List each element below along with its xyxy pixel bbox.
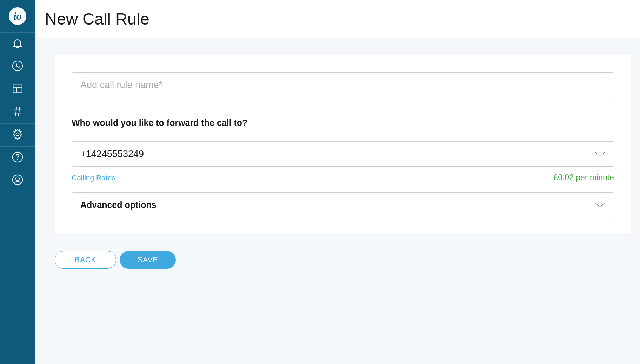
header: New Call Rule <box>35 0 640 38</box>
svg-point-12 <box>16 177 19 181</box>
advanced-options-toggle[interactable]: Advanced options <box>72 192 614 217</box>
calling-rates-link[interactable]: Calling Rates <box>72 174 115 182</box>
gear-icon <box>12 128 24 142</box>
svg-rect-1 <box>13 85 22 93</box>
sidebar-item-dashboard[interactable] <box>0 78 35 101</box>
main: New Call Rule Who would you like to forw… <box>35 0 640 364</box>
sidebar-item-help[interactable] <box>0 147 35 169</box>
svg-point-0 <box>13 61 22 71</box>
chevron-down-icon <box>595 149 605 160</box>
phone-icon <box>12 60 24 73</box>
svg-line-6 <box>15 107 16 116</box>
forward-target-value: +14245553249 <box>80 149 144 160</box>
forward-target-select[interactable]: +14245553249 <box>72 141 614 167</box>
svg-line-7 <box>19 107 20 116</box>
svg-point-10 <box>17 159 18 160</box>
sidebar: io <box>0 0 35 364</box>
sidebar-item-settings[interactable] <box>0 124 35 147</box>
chevron-down-icon <box>595 200 605 210</box>
sidebar-item-account[interactable] <box>0 169 35 192</box>
rule-name-input[interactable] <box>72 72 614 97</box>
brand-logo-text: io <box>13 10 21 22</box>
sidebar-item-calls[interactable] <box>0 55 35 78</box>
save-button[interactable]: SAVE <box>120 251 176 269</box>
rate-row: Calling Rates £0.02 per minute <box>72 173 614 182</box>
hash-icon <box>12 106 24 119</box>
help-icon <box>12 151 24 164</box>
bell-icon <box>12 37 24 50</box>
svg-point-8 <box>16 133 19 136</box>
rate-price: £0.02 per minute <box>553 173 614 182</box>
sidebar-item-numbers[interactable] <box>0 101 35 124</box>
forward-heading: Who would you like to forward the call t… <box>72 118 614 128</box>
content-area: Who would you like to forward the call t… <box>35 38 640 364</box>
advanced-options-label: Advanced options <box>80 200 156 210</box>
brand-logo-circle: io <box>9 7 26 25</box>
brand-logo[interactable]: io <box>0 0 35 33</box>
button-row: BACK SAVE <box>55 251 631 269</box>
layout-icon <box>12 83 24 96</box>
sidebar-item-notifications[interactable] <box>0 33 35 55</box>
page-title: New Call Rule <box>45 9 149 28</box>
form-card: Who would you like to forward the call t… <box>55 55 631 234</box>
user-icon <box>12 174 24 187</box>
back-button[interactable]: BACK <box>55 251 116 269</box>
